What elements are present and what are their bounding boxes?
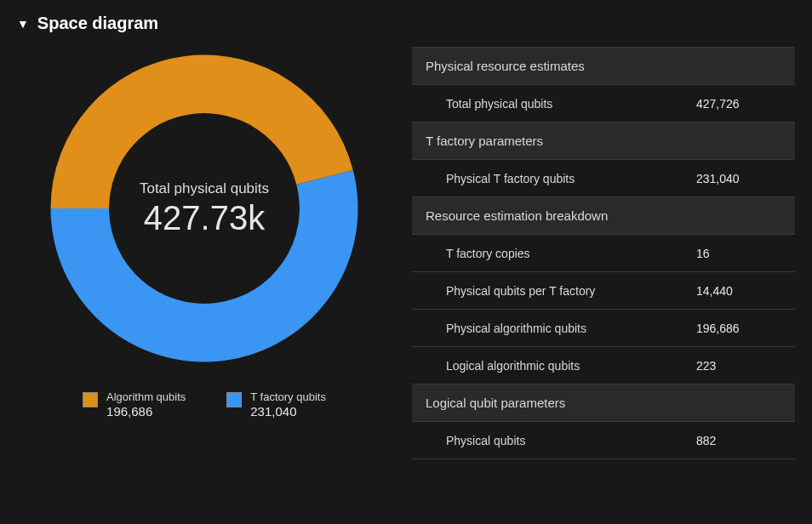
table-row[interactable]: Logical algorithmic qubits223 bbox=[412, 347, 795, 384]
table-row[interactable]: Physical qubits per T factory14,440 bbox=[412, 272, 795, 310]
table-group-header[interactable]: Resource estimation breakdown bbox=[412, 197, 795, 235]
table-row[interactable]: Total physical qubits427,726 bbox=[412, 85, 795, 122]
table-row[interactable]: T factory copies16 bbox=[412, 235, 795, 272]
legend: Algorithm qubits196,686T factory qubits2… bbox=[83, 390, 326, 419]
table-group-title: Physical resource estimates bbox=[426, 59, 781, 73]
legend-value: 196,686 bbox=[106, 404, 186, 419]
donut-chart: Total physical qubits 427.73k bbox=[43, 47, 366, 370]
legend-name: T factory qubits bbox=[250, 390, 326, 404]
chart-column: Total physical qubits 427.73k Algorithm … bbox=[17, 47, 392, 419]
table-row[interactable]: Physical T factory qubits231,040 bbox=[412, 160, 795, 197]
section-title: Space diagram bbox=[37, 14, 158, 33]
table-row[interactable]: Physical algorithmic qubits196,686 bbox=[412, 310, 795, 347]
legend-swatch bbox=[226, 392, 242, 407]
legend-item[interactable]: Algorithm qubits196,686 bbox=[83, 390, 186, 419]
table-row-value: 882 bbox=[696, 434, 781, 447]
table-group-header[interactable]: Physical resource estimates bbox=[412, 48, 795, 85]
legend-text: Algorithm qubits196,686 bbox=[106, 390, 186, 419]
legend-value: 231,040 bbox=[250, 404, 326, 419]
table-group-header[interactable]: T factory parameters bbox=[412, 122, 795, 160]
table-group-title: Resource estimation breakdown bbox=[426, 208, 781, 223]
table-group-title: Logical qubit parameters bbox=[426, 396, 781, 410]
table-row-value: 14,440 bbox=[696, 284, 781, 298]
table-row-label: Physical T factory qubits bbox=[426, 172, 696, 185]
table-row-label: Physical qubits bbox=[426, 434, 696, 447]
table-row-value: 223 bbox=[696, 359, 781, 373]
table-row-value: 427,726 bbox=[696, 97, 781, 111]
table-row-label: Total physical qubits bbox=[426, 97, 696, 111]
table-column: Physical resource estimatesTotal physica… bbox=[412, 47, 795, 459]
table-group-header[interactable]: Logical qubit parameters bbox=[412, 384, 795, 422]
legend-item[interactable]: T factory qubits231,040 bbox=[226, 390, 326, 419]
donut-svg bbox=[43, 47, 366, 370]
parameter-table: Physical resource estimatesTotal physica… bbox=[412, 47, 795, 459]
table-row-value: 196,686 bbox=[696, 322, 781, 335]
table-row-label: T factory copies bbox=[426, 247, 696, 260]
section-header[interactable]: ▼ Space diagram bbox=[17, 14, 795, 33]
chevron-down-icon: ▼ bbox=[17, 18, 29, 30]
table-row-value: 16 bbox=[696, 247, 781, 260]
table-row-label: Physical algorithmic qubits bbox=[426, 322, 696, 335]
table-group-title: T factory parameters bbox=[426, 134, 781, 148]
table-row-label: Physical qubits per T factory bbox=[426, 284, 696, 298]
content-row: Total physical qubits 427.73k Algorithm … bbox=[17, 47, 795, 459]
table-row-label: Logical algorithmic qubits bbox=[426, 359, 696, 373]
legend-swatch bbox=[83, 392, 98, 407]
legend-text: T factory qubits231,040 bbox=[250, 390, 326, 419]
table-row-value: 231,040 bbox=[696, 172, 781, 185]
table-row[interactable]: Physical qubits882 bbox=[412, 422, 795, 459]
legend-name: Algorithm qubits bbox=[106, 390, 186, 404]
